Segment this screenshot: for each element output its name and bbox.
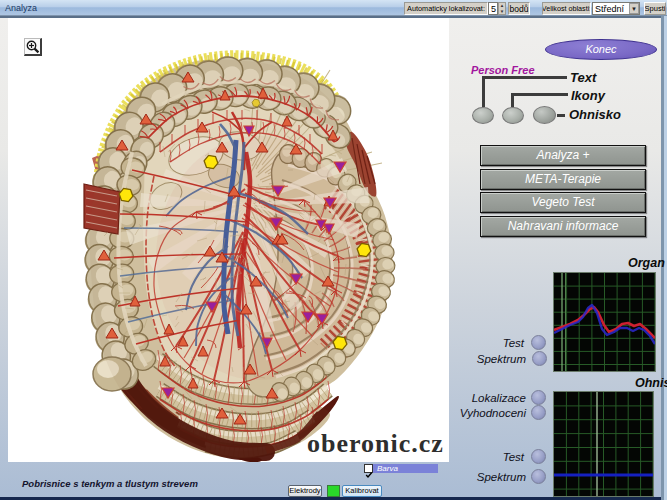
svg-text:oberonic.cz: oberonic.cz [307, 429, 444, 458]
